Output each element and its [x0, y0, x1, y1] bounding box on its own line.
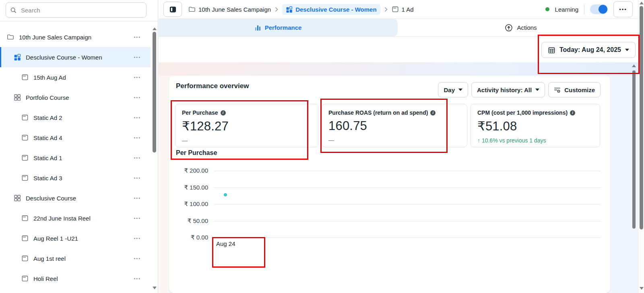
breadcrumb-adset-label: Desclusive Course - Women — [295, 6, 376, 13]
ad-icon — [21, 134, 29, 142]
content-scrollbar-thumb[interactable] — [632, 70, 636, 229]
sidebar-item[interactable]: Aug Reel 1 -U21••• — [0, 228, 151, 248]
gridline — [214, 237, 601, 238]
metric-delta: ↑ 10.6% vs previous 1 days — [477, 137, 593, 144]
sidebar-item[interactable]: Portfolio Course••• — [0, 87, 151, 107]
sidebar-item-label: Static Ad 4 — [33, 134, 151, 141]
sidebar-item[interactable]: Aug 1st reel••• — [0, 248, 151, 268]
learning-status-label: Learning — [555, 6, 578, 13]
search-box[interactable] — [6, 2, 147, 18]
item-menu-button[interactable]: ••• — [134, 256, 141, 261]
sidebar-item[interactable]: Static Ad 1••• — [0, 148, 151, 168]
item-menu-button[interactable]: ••• — [134, 155, 141, 160]
sidebar-item[interactable]: Desclusive Course - Women••• — [0, 47, 151, 67]
window-scroll-down-arrow[interactable] — [640, 287, 644, 290]
sidebar-scroll-down-arrow[interactable] — [153, 287, 157, 289]
ad-icon — [21, 174, 29, 182]
chevron-down-icon — [625, 49, 629, 51]
y-axis-tick-label: ₹ 150.00 — [169, 184, 208, 191]
performance-overview-card: Performance overview Day Activity histor… — [169, 76, 610, 293]
sidebar-item[interactable]: 22nd June Insta Reel••• — [0, 208, 151, 228]
sidebar-item[interactable]: Desclusive Course••• — [0, 188, 151, 208]
item-menu-button[interactable]: ••• — [134, 35, 141, 39]
activity-history-dropdown[interactable]: Activity history: All — [471, 82, 545, 97]
sidebar-item-label: Static Ad 3 — [33, 175, 151, 182]
customize-settings-icon — [554, 87, 561, 93]
sidebar-item[interactable]: Static Ad 4••• — [0, 128, 151, 148]
sidebar-scroll-up-arrow[interactable] — [153, 27, 157, 30]
item-menu-button[interactable]: ••• — [134, 135, 141, 140]
info-icon[interactable]: i — [570, 110, 575, 116]
item-menu-button[interactable]: ••• — [134, 196, 141, 200]
breadcrumb-campaign-label: 10th June Sales Campaign — [198, 6, 271, 13]
content-scroll-up-arrow[interactable] — [632, 64, 636, 67]
chevron-down-icon — [458, 89, 462, 91]
window-scrollbar-thumb[interactable] — [640, 6, 643, 229]
bar-chart-icon — [255, 25, 261, 31]
y-axis-tick-label: ₹ 200.00 — [169, 167, 208, 174]
sidebar-item[interactable]: Static Ad 2••• — [0, 107, 151, 128]
sidebar-item-label: Aug Reel 1 -U21 — [33, 235, 151, 242]
gridline — [214, 204, 601, 204]
folder-icon — [188, 6, 196, 13]
chevron-right-icon — [384, 7, 388, 12]
search-icon — [10, 7, 17, 14]
tab-actions-label: Actions — [517, 24, 537, 31]
breadcrumb-ad[interactable]: 1 Ad — [392, 6, 414, 13]
sidebar-item[interactable]: Static Ad 3••• — [0, 168, 151, 188]
activity-history-label: Activity history: All — [477, 87, 532, 93]
breadcrumb-adset[interactable]: Desclusive Course - Women — [282, 4, 380, 15]
info-icon[interactable]: i — [430, 110, 436, 116]
item-menu-button[interactable]: ••• — [134, 75, 141, 80]
metric-label: Purchase ROAS (return on ad spend) — [328, 109, 428, 116]
metric-card[interactable]: Per Purchasei₹128.27— — [175, 104, 318, 147]
item-menu-button[interactable]: ••• — [134, 276, 141, 281]
collapse-sidebar-button[interactable] — [163, 2, 182, 17]
sidebar-item[interactable]: Holi Reel••• — [0, 268, 151, 289]
ad-active-toggle[interactable] — [590, 4, 608, 14]
metric-label: Per Purchase — [182, 109, 218, 116]
chart-title: Per Purchase — [176, 149, 217, 157]
sidebar-item-label: Desclusive Course - Women — [26, 54, 151, 61]
metric-card[interactable]: Purchase ROAS (return on ad spend)i160.7… — [322, 104, 467, 147]
tab-actions[interactable]: Actions — [398, 19, 644, 36]
data-point[interactable] — [224, 193, 227, 196]
sidebar-item-label: Static Ad 1 — [33, 155, 151, 161]
sidebar-item[interactable]: 10th June Sales Campaign••• — [0, 27, 151, 47]
item-menu-button[interactable]: ••• — [134, 175, 141, 180]
breadcrumb-campaign[interactable]: 10th June Sales Campaign — [188, 6, 271, 13]
gridline — [214, 221, 601, 221]
adset-grid-icon — [286, 6, 293, 13]
item-menu-button[interactable]: ••• — [134, 216, 141, 221]
more-options-button[interactable]: ••• — [613, 1, 633, 17]
metric-card[interactable]: CPM (cost per 1,000 impressions)i₹51.08↑… — [471, 104, 600, 147]
toggle-knob — [599, 5, 607, 14]
sidebar-scrollbar-thumb[interactable] — [153, 32, 156, 153]
metric-delta: — — [182, 137, 312, 144]
metric-value: ₹128.27 — [182, 119, 312, 134]
chevron-right-icon — [275, 7, 278, 12]
gradient-band — [159, 62, 644, 76]
breakdown-day-dropdown[interactable]: Day — [438, 82, 468, 97]
sidebar-item[interactable]: 15th Aug Ad••• — [0, 67, 151, 87]
customize-button[interactable]: Customize — [548, 82, 601, 97]
gridline — [214, 188, 601, 188]
item-menu-button[interactable]: ••• — [134, 236, 141, 241]
item-menu-button[interactable]: ••• — [134, 95, 141, 100]
metrics-row: Per Purchasei₹128.27—Purchase ROAS (retu… — [175, 104, 600, 147]
top-right-controls: Learning ••• — [545, 1, 633, 17]
info-icon[interactable]: i — [221, 110, 226, 116]
window-scroll-up-arrow[interactable] — [640, 2, 644, 4]
sidebar-item-label: Static Ad 2 — [33, 114, 151, 121]
search-input[interactable] — [20, 6, 142, 14]
vertical-divider — [584, 4, 584, 14]
item-menu-button[interactable]: ••• — [134, 115, 141, 120]
item-menu-button[interactable]: ••• — [134, 55, 141, 60]
tab-performance[interactable]: Performance — [159, 19, 398, 36]
metric-value: 160.75 — [328, 119, 460, 133]
date-range-label: Today: Aug 24, 2025 — [559, 46, 621, 54]
date-range-button[interactable]: Today: Aug 24, 2025 — [541, 42, 636, 58]
sidebar: 10th June Sales Campaign•••Desclusive Co… — [0, 0, 158, 293]
sidebar-item-label: Aug 1st reel — [33, 255, 151, 262]
campaign-tree: 10th June Sales Campaign•••Desclusive Co… — [0, 27, 151, 289]
